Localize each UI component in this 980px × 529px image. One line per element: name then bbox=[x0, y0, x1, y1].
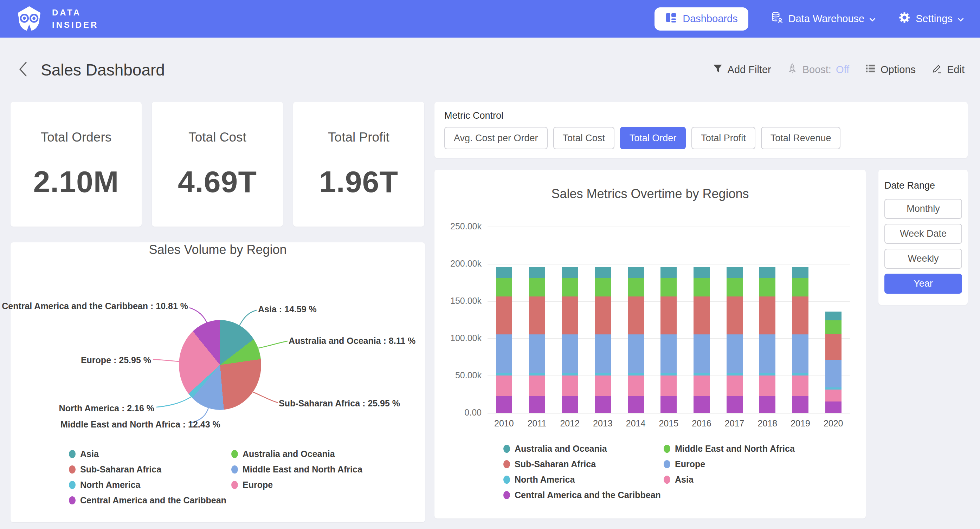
bar-segment[interactable] bbox=[825, 402, 842, 413]
bar-segment[interactable] bbox=[595, 278, 611, 297]
bar-segment[interactable] bbox=[759, 375, 775, 396]
bar-segment[interactable] bbox=[595, 334, 611, 372]
bar-segment[interactable] bbox=[727, 334, 743, 372]
bar-segment[interactable] bbox=[660, 373, 677, 376]
edit-button[interactable]: Edit bbox=[931, 63, 964, 76]
bar-segment[interactable] bbox=[595, 267, 611, 278]
bar-segment[interactable] bbox=[529, 267, 545, 278]
date-range-option-button[interactable]: Year bbox=[885, 274, 962, 294]
nav-settings[interactable]: Settings bbox=[898, 11, 964, 26]
bar-segment[interactable] bbox=[562, 278, 578, 297]
bar-segment[interactable] bbox=[792, 278, 808, 297]
bar-segment[interactable] bbox=[694, 334, 710, 372]
bar-segment[interactable] bbox=[792, 334, 808, 372]
bar-segment[interactable] bbox=[759, 297, 775, 334]
bar-segment[interactable] bbox=[660, 396, 677, 413]
bar-segment[interactable] bbox=[496, 278, 512, 297]
bar-segment[interactable] bbox=[825, 389, 842, 402]
bar-segment[interactable] bbox=[595, 297, 611, 334]
bar-2016[interactable] bbox=[694, 267, 710, 413]
bar-segment[interactable] bbox=[562, 396, 578, 413]
bar-segment[interactable] bbox=[727, 267, 743, 278]
bar-segment[interactable] bbox=[694, 373, 710, 376]
bar-segment[interactable] bbox=[595, 373, 611, 376]
bar-segment[interactable] bbox=[628, 334, 644, 372]
bar-segment[interactable] bbox=[496, 334, 512, 372]
bar-segment[interactable] bbox=[727, 396, 743, 413]
bar-2011[interactable] bbox=[529, 267, 545, 413]
bar-segment[interactable] bbox=[562, 334, 578, 372]
bar-segment[interactable] bbox=[825, 320, 842, 334]
pie-chart[interactable] bbox=[179, 320, 261, 410]
bar-segment[interactable] bbox=[792, 267, 808, 278]
bar-segment[interactable] bbox=[660, 267, 677, 278]
bar-segment[interactable] bbox=[529, 278, 545, 297]
nav-data-warehouse[interactable]: Data Warehouse bbox=[771, 11, 876, 26]
bar-segment[interactable] bbox=[529, 375, 545, 396]
bar-segment[interactable] bbox=[792, 375, 808, 396]
bar-segment[interactable] bbox=[562, 373, 578, 376]
bar-2013[interactable] bbox=[595, 267, 611, 413]
bar-2015[interactable] bbox=[660, 267, 677, 413]
bar-segment[interactable] bbox=[660, 278, 677, 297]
back-button[interactable] bbox=[16, 59, 31, 81]
bar-segment[interactable] bbox=[759, 396, 775, 413]
bar-segment[interactable] bbox=[529, 297, 545, 334]
add-filter-button[interactable]: Add Filter bbox=[713, 63, 771, 76]
bar-segment[interactable] bbox=[825, 311, 842, 320]
bar-segment[interactable] bbox=[562, 297, 578, 334]
bar-segment[interactable] bbox=[496, 297, 512, 334]
bar-2020[interactable] bbox=[825, 311, 842, 413]
bar-segment[interactable] bbox=[694, 267, 710, 278]
bar-segment[interactable] bbox=[496, 373, 512, 376]
bar-segment[interactable] bbox=[694, 297, 710, 334]
bar-segment[interactable] bbox=[628, 375, 644, 396]
bar-segment[interactable] bbox=[694, 278, 710, 297]
bar-segment[interactable] bbox=[825, 360, 842, 388]
bar-2010[interactable] bbox=[496, 267, 512, 413]
bar-segment[interactable] bbox=[496, 375, 512, 396]
bar-segment[interactable] bbox=[759, 278, 775, 297]
metric-option-button[interactable]: Total Cost bbox=[553, 127, 614, 149]
bar-segment[interactable] bbox=[628, 373, 644, 376]
metric-option-button[interactable]: Total Revenue bbox=[761, 127, 841, 149]
bar-segment[interactable] bbox=[529, 396, 545, 413]
bar-segment[interactable] bbox=[792, 373, 808, 376]
bar-2012[interactable] bbox=[562, 267, 578, 413]
bar-2018[interactable] bbox=[759, 267, 775, 413]
metric-option-button[interactable]: Avg. Cost per Order bbox=[444, 127, 548, 149]
bar-2014[interactable] bbox=[628, 267, 644, 413]
date-range-option-button[interactable]: Week Date bbox=[885, 224, 962, 244]
bar-segment[interactable] bbox=[496, 267, 512, 278]
metric-option-button[interactable]: Total Profit bbox=[691, 127, 756, 149]
bar-segment[interactable] bbox=[759, 373, 775, 376]
bar-segment[interactable] bbox=[825, 334, 842, 360]
bar-segment[interactable] bbox=[660, 334, 677, 372]
bar-segment[interactable] bbox=[792, 396, 808, 413]
bar-segment[interactable] bbox=[562, 375, 578, 396]
bar-segment[interactable] bbox=[727, 297, 743, 334]
bar-segment[interactable] bbox=[628, 278, 644, 297]
nav-dashboards-button[interactable]: Dashboards bbox=[654, 7, 748, 30]
bar-segment[interactable] bbox=[694, 375, 710, 396]
date-range-option-button[interactable]: Weekly bbox=[885, 249, 962, 269]
bar-segment[interactable] bbox=[759, 267, 775, 278]
bar-segment[interactable] bbox=[529, 334, 545, 372]
bar-segment[interactable] bbox=[496, 396, 512, 413]
bar-segment[interactable] bbox=[562, 267, 578, 278]
bar-2019[interactable] bbox=[792, 267, 808, 413]
bar-segment[interactable] bbox=[595, 375, 611, 396]
bar-segment[interactable] bbox=[628, 396, 644, 413]
bar-segment[interactable] bbox=[759, 334, 775, 372]
options-button[interactable]: Options bbox=[865, 63, 916, 76]
metric-option-button[interactable]: Total Order bbox=[620, 127, 686, 149]
bar-segment[interactable] bbox=[595, 396, 611, 413]
bar-segment[interactable] bbox=[694, 396, 710, 413]
bar-segment[interactable] bbox=[628, 267, 644, 278]
bar-segment[interactable] bbox=[727, 373, 743, 376]
bar-segment[interactable] bbox=[727, 375, 743, 396]
bar-segment[interactable] bbox=[529, 373, 545, 376]
bar-segment[interactable] bbox=[660, 297, 677, 334]
boost-toggle[interactable]: Boost: Off bbox=[787, 63, 849, 76]
bar-2017[interactable] bbox=[727, 267, 743, 413]
